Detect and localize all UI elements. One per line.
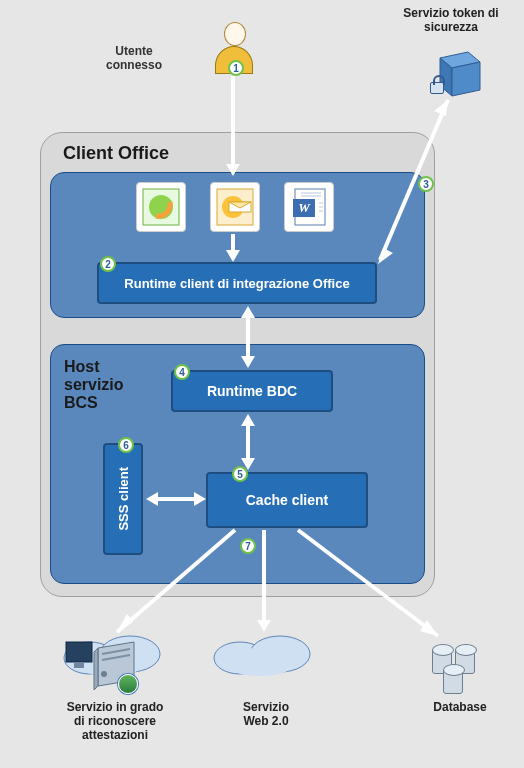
badge-1: 1 bbox=[228, 60, 244, 76]
app-icon-outlook bbox=[210, 182, 260, 232]
arrowhead-bdc-cache-up bbox=[241, 414, 255, 426]
badge-3: 3 bbox=[418, 176, 434, 192]
user-label: Utente connesso bbox=[84, 44, 184, 72]
runtime-bdc-label: Runtime BDC bbox=[207, 383, 297, 399]
arrowhead-office-bdc-down bbox=[241, 356, 255, 368]
svg-text:W: W bbox=[298, 200, 311, 215]
app-icon-sharepoint-designer bbox=[136, 182, 186, 232]
app-icon-word: W bbox=[284, 182, 334, 232]
svg-point-29 bbox=[101, 671, 107, 677]
runtime-bdc-box: Runtime BDC bbox=[171, 370, 333, 412]
claims-service-label: Servizio in grado di riconoscere attesta… bbox=[50, 700, 180, 742]
arrow-office-bdc bbox=[246, 316, 250, 356]
badge-6: 6 bbox=[118, 437, 134, 453]
arrowhead-user-to-office bbox=[226, 164, 240, 176]
host-bcs-title: Host servizio BCS bbox=[64, 358, 144, 412]
badge-7: 7 bbox=[240, 538, 256, 554]
security-token-cube-icon bbox=[428, 44, 484, 100]
badge-2: 2 bbox=[100, 256, 116, 272]
sss-client-box: SSS client bbox=[103, 443, 143, 555]
sss-client-label: SSS client bbox=[116, 467, 131, 531]
badge-5: 5 bbox=[232, 466, 248, 482]
sts-label: Servizio token di sicurezza bbox=[386, 6, 516, 34]
svg-marker-26 bbox=[94, 648, 98, 690]
web20-label: Servizio Web 2.0 bbox=[216, 700, 316, 728]
cloud-icon-middle bbox=[210, 630, 320, 676]
claims-service-server-icon bbox=[64, 640, 132, 700]
arrowhead-office-bdc-up bbox=[241, 306, 255, 318]
badge-4: 4 bbox=[174, 364, 190, 380]
arrow-user-to-office bbox=[231, 76, 235, 166]
svg-marker-2 bbox=[452, 62, 480, 96]
arrowhead-sss-cache-left bbox=[146, 492, 158, 506]
database-label: Database bbox=[420, 700, 500, 714]
cache-client-box: Cache client bbox=[206, 472, 368, 528]
arrow-bdc-cache bbox=[246, 424, 250, 458]
svg-rect-23 bbox=[66, 642, 92, 662]
client-office-title: Client Office bbox=[63, 143, 169, 164]
svg-rect-24 bbox=[74, 662, 84, 668]
svg-marker-35 bbox=[434, 100, 448, 116]
office-runtime-label: Runtime client di integrazione Office bbox=[124, 276, 349, 291]
cache-client-label: Cache client bbox=[246, 492, 328, 508]
svg-marker-33 bbox=[420, 620, 438, 636]
arrowhead-cache-web20 bbox=[257, 620, 271, 632]
arrow-cache-web20 bbox=[262, 530, 266, 622]
arrowhead-icons-to-runtime bbox=[226, 250, 240, 262]
arrowhead-sss-cache-right bbox=[194, 492, 206, 506]
svg-point-22 bbox=[224, 648, 296, 676]
arrow-sss-cache bbox=[156, 497, 194, 501]
office-runtime-box: Runtime client di integrazione Office bbox=[97, 262, 377, 304]
